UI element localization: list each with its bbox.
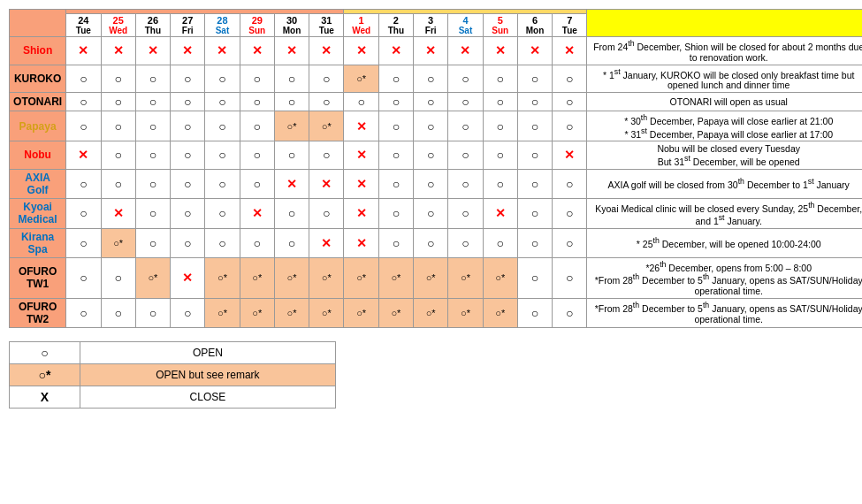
- cell-6-8: ✕: [344, 198, 378, 228]
- cell-1-14: ○: [553, 65, 587, 93]
- remarks-2: OTONARI will open as usual: [587, 93, 862, 111]
- open-mark: ○: [566, 271, 573, 285]
- cell-1-9: ○: [378, 65, 413, 93]
- cell-6-12: ✕: [483, 198, 517, 228]
- remarks-3: * 30th December, Papaya will close earli…: [587, 111, 862, 141]
- open-mark: ○: [184, 148, 191, 162]
- cell-7-10: ○: [414, 228, 448, 257]
- close-mark: ✕: [356, 177, 367, 191]
- open-mark: ○: [427, 148, 434, 162]
- open-mark: ○: [393, 95, 400, 109]
- legend-table: ○OPEN○*OPEN but see remarkXCLOSE: [9, 341, 336, 409]
- cell-8-12: ○*: [483, 257, 517, 298]
- cell-3-10: ○: [414, 111, 448, 141]
- cell-7-6: ○: [274, 228, 309, 257]
- open-mark: ○: [323, 95, 330, 109]
- cell-1-5: ○: [240, 65, 274, 93]
- legend-label-2: CLOSE: [80, 386, 335, 408]
- open-star-mark: ○*: [287, 272, 297, 283]
- cell-6-4: ○: [205, 198, 240, 228]
- open-mark: ○: [531, 148, 538, 162]
- open-mark: ○: [149, 236, 156, 250]
- open-mark: ○: [566, 119, 573, 134]
- day-col-14: 7Tue: [553, 14, 587, 37]
- cell-0-5: ✕: [240, 37, 274, 65]
- cell-2-11: ○: [448, 93, 483, 111]
- open-mark: ○: [184, 72, 191, 86]
- close-mark: ✕: [564, 43, 575, 57]
- open-mark: ○: [566, 177, 573, 191]
- table-row: KyoaiMedical○✕○○○✕○○✕○○○✕○○Kyoai Medical…: [10, 198, 863, 228]
- cell-1-4: ○: [205, 65, 240, 93]
- cell-9-6: ○*: [274, 298, 309, 327]
- cell-2-9: ○: [378, 93, 413, 111]
- day-col-4: 28Sat: [205, 14, 240, 37]
- cell-3-3: ○: [171, 111, 205, 141]
- open-mark: ○: [288, 236, 295, 250]
- cell-3-7: ○*: [309, 111, 344, 141]
- close-mark: ✕: [286, 177, 297, 191]
- day-col-9: 2Thu: [378, 14, 413, 37]
- remarks-6: Kyoai Medical clinic will be closed ever…: [587, 198, 862, 228]
- cell-1-13: ○: [517, 65, 552, 93]
- open-mark: ○: [149, 72, 156, 86]
- tenant-tbody: Shion✕✕✕✕✕✕✕✕✕✕✕✕✕✕✕From 24th December, …: [10, 37, 863, 328]
- cell-0-14: ✕: [553, 37, 587, 65]
- open-mark: ○: [531, 72, 538, 86]
- cell-4-14: ✕: [553, 141, 587, 170]
- cell-2-0: ○: [66, 93, 101, 111]
- open-star-mark: ○*: [495, 272, 505, 283]
- close-mark: ✕: [425, 43, 436, 57]
- day-col-6: 30Mon: [274, 14, 309, 37]
- open-mark: ○: [80, 206, 87, 220]
- cell-8-4: ○*: [205, 257, 240, 298]
- cell-9-1: ○: [101, 298, 135, 327]
- cell-7-7: ✕: [309, 228, 344, 257]
- cell-2-12: ○: [483, 93, 517, 111]
- open-mark: ○: [114, 177, 121, 191]
- cell-5-13: ○: [517, 169, 552, 198]
- open-mark: ○: [80, 119, 87, 134]
- open-mark: ○: [254, 177, 261, 191]
- close-mark: ✕: [495, 43, 506, 57]
- cell-9-9: ○*: [378, 298, 413, 327]
- cell-4-0: ✕: [66, 141, 101, 170]
- cell-3-6: ○*: [274, 111, 309, 141]
- open-mark: ○: [566, 306, 573, 320]
- legend-row: ○OPEN: [10, 341, 336, 363]
- cell-1-7: ○: [309, 65, 344, 93]
- open-star-mark: ○*: [426, 308, 436, 318]
- open-mark: ○: [462, 206, 469, 220]
- open-mark: ○: [531, 95, 538, 109]
- open-mark: ○: [497, 148, 504, 162]
- open-mark: ○: [114, 119, 121, 134]
- open-mark: ○: [80, 306, 87, 320]
- close-mark: ✕: [252, 206, 263, 220]
- open-mark: ○: [497, 119, 504, 134]
- open-mark: ○: [254, 148, 261, 162]
- close-mark: ✕: [78, 43, 88, 57]
- remarks-5: AXIA golf will be closed from 30th Decem…: [587, 169, 862, 198]
- cell-0-3: ✕: [171, 37, 205, 65]
- open-mark: ○: [218, 95, 225, 109]
- open-mark: ○: [462, 72, 469, 86]
- open-mark: ○: [393, 177, 400, 191]
- cell-7-1: ○*: [101, 228, 135, 257]
- open-mark: ○: [566, 95, 573, 109]
- open-mark: ○: [393, 148, 400, 162]
- table-row: Papaya○○○○○○○*○*✕○○○○○○* 30th December, …: [10, 111, 863, 141]
- open-star-mark: ○*: [217, 272, 227, 283]
- cell-5-10: ○: [414, 169, 448, 198]
- cell-9-11: ○*: [448, 298, 483, 327]
- close-mark: ✕: [182, 43, 193, 57]
- table-row: Shion✕✕✕✕✕✕✕✕✕✕✕✕✕✕✕From 24th December, …: [10, 37, 863, 65]
- open-star-mark: ○*: [322, 121, 332, 132]
- close-mark: ✕: [78, 148, 88, 162]
- cell-9-10: ○*: [414, 298, 448, 327]
- cell-8-8: ○*: [344, 257, 378, 298]
- cell-0-10: ✕: [414, 37, 448, 65]
- open-mark: ○: [462, 119, 469, 134]
- legend-label-0: OPEN: [80, 341, 335, 363]
- remarks-9: *From 28th December to 5th January, open…: [587, 298, 862, 327]
- cell-0-1: ✕: [101, 37, 135, 65]
